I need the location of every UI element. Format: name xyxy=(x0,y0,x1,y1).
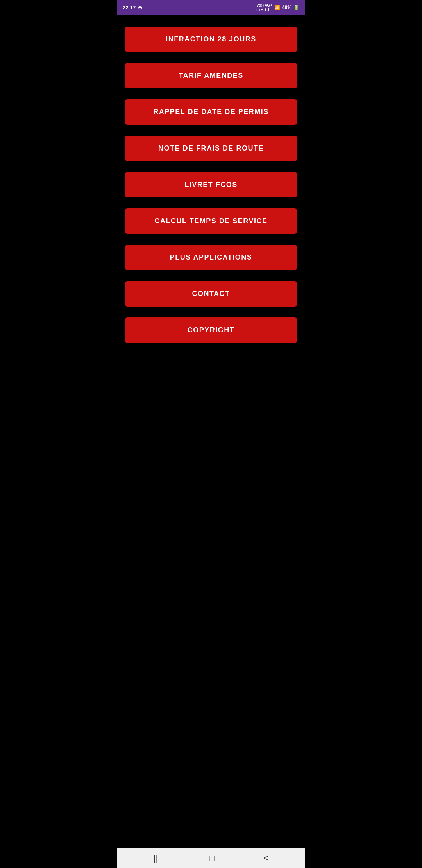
status-time: 22:17 xyxy=(123,5,136,11)
signal-bars-icon: 📶 xyxy=(274,5,280,10)
battery-icon: 🔋 xyxy=(293,5,299,10)
note-frais-route-button[interactable]: NOTE DE FRAIS DE ROUTE xyxy=(125,136,297,161)
contact-button[interactable]: CONTACT xyxy=(125,281,297,307)
plus-applications-button[interactable]: PLUS APPLICATIONS xyxy=(125,245,297,270)
battery-indicator: 49% xyxy=(282,5,291,10)
main-content: INFRACTION 28 JOURSTARIF AMENDESRAPPEL D… xyxy=(117,15,305,848)
status-bar: 22:17 ⊖ Vo)) 4G+LTE ⬆⬇ 📶 49% 🔋 xyxy=(117,0,305,15)
copyright-button[interactable]: COPYRIGHT xyxy=(125,317,297,343)
home-button[interactable]: □ xyxy=(209,853,215,863)
infraction-28-jours-button[interactable]: INFRACTION 28 JOURS xyxy=(125,27,297,52)
tarif-amendes-button[interactable]: TARIF AMENDES xyxy=(125,63,297,88)
livret-fcos-button[interactable]: LIVRET FCOS xyxy=(125,172,297,197)
recent-apps-button[interactable]: ||| xyxy=(154,853,160,863)
calcul-temps-service-button[interactable]: CALCUL TEMPS DE SERVICE xyxy=(125,208,297,234)
back-button[interactable]: < xyxy=(263,853,268,863)
status-bar-left: 22:17 ⊖ xyxy=(123,5,142,11)
carrier-icon: Vo)) 4G+LTE ⬆⬇ xyxy=(256,3,272,12)
do-not-disturb-icon: ⊖ xyxy=(138,5,142,11)
nav-bar: ||| □ < xyxy=(117,848,305,868)
rappel-date-permis-button[interactable]: RAPPEL DE DATE DE PERMIS xyxy=(125,99,297,125)
status-bar-right: Vo)) 4G+LTE ⬆⬇ 📶 49% 🔋 xyxy=(256,3,299,12)
